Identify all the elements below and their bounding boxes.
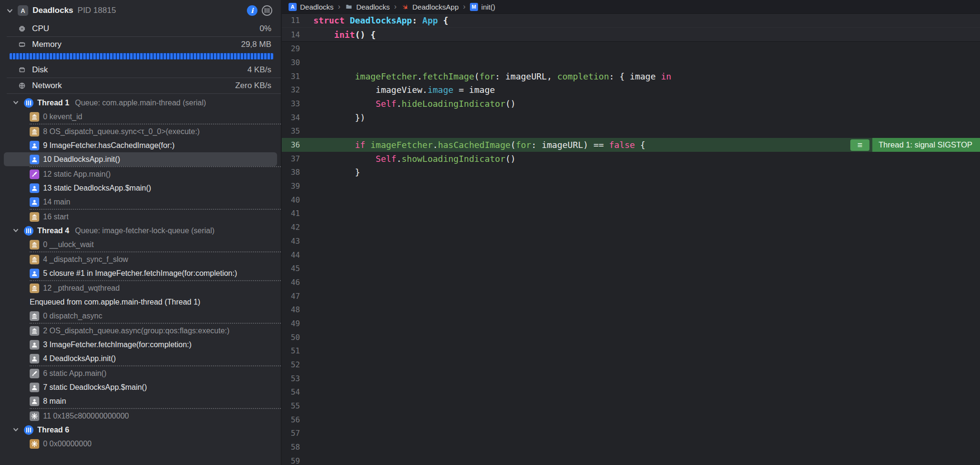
code-line[interactable]: 14 init() { — [282, 28, 980, 42]
stack-frame-row[interactable]: 0 kevent_id — [0, 110, 281, 124]
code-line[interactable]: 55 — [282, 399, 980, 413]
breadcrumb-item[interactable]: Deadlocks — [300, 3, 334, 11]
line-number[interactable]: 11 — [282, 16, 313, 25]
line-number[interactable]: 32 — [282, 85, 313, 94]
chevron-down-icon[interactable] — [12, 99, 20, 107]
stack-frame-row[interactable]: 11 0x185c800000000000 — [0, 409, 281, 423]
line-number[interactable]: 39 — [282, 181, 313, 191]
line-number[interactable]: 51 — [282, 346, 313, 355]
chevron-down-icon[interactable] — [6, 7, 13, 14]
code-line[interactable]: 29 — [282, 42, 980, 56]
stack-frame-row[interactable]: 12 _pthread_wqthread — [0, 281, 281, 295]
code-line[interactable]: 43 — [282, 234, 980, 248]
line-number[interactable]: 58 — [282, 442, 313, 452]
line-number[interactable]: 55 — [282, 401, 313, 410]
code-line[interactable]: 58 — [282, 440, 980, 454]
code-line[interactable]: 33 Self.hideLoadingIndicator() — [282, 97, 980, 111]
process-header[interactable]: A Deadlocks PID 18815 i — [0, 0, 281, 21]
stack-frame-row[interactable]: 14 main — [0, 195, 281, 209]
code-line[interactable]: 32 imageView.image = image — [282, 83, 980, 97]
gauge-toggle-icon[interactable] — [262, 5, 272, 16]
stack-frame-row[interactable]: 7 static DeadlocksApp.$main() — [0, 380, 281, 394]
jump-bar[interactable]: ADeadlocks›Deadlocks›DeadlocksApp›Minit(… — [282, 0, 980, 14]
thread-row[interactable]: Thread 1Queue: com.apple.main-thread (se… — [0, 96, 281, 110]
code-line[interactable]: 52 — [282, 358, 980, 372]
breadcrumb-item[interactable]: Deadlocks — [356, 3, 390, 11]
code-line[interactable]: 41 — [282, 207, 980, 221]
code-line[interactable]: 39 — [282, 179, 980, 193]
breadcrumb-item[interactable]: DeadlocksApp — [412, 3, 459, 11]
code-line[interactable]: 56 — [282, 413, 980, 427]
line-number[interactable]: 52 — [282, 360, 313, 369]
line-number[interactable]: 47 — [282, 292, 313, 301]
code-line[interactable]: 49 — [282, 317, 980, 330]
code-line[interactable]: 44 — [282, 248, 980, 262]
code-line[interactable]: 34 }) — [282, 111, 980, 125]
code-line[interactable]: 48 — [282, 303, 980, 317]
line-number[interactable]: 29 — [282, 44, 313, 53]
line-number[interactable]: 34 — [282, 113, 313, 122]
line-number[interactable]: 31 — [282, 72, 313, 81]
stack-frame-row[interactable]: 13 static DeadlocksApp.$main() — [0, 181, 281, 195]
code-line[interactable]: 54 — [282, 386, 980, 399]
line-number[interactable]: 30 — [282, 58, 313, 67]
stack-frame-row[interactable]: 8 main — [0, 394, 281, 408]
line-number[interactable]: 35 — [282, 126, 313, 136]
thread-row[interactable]: Thread 6 — [0, 423, 281, 437]
code-area[interactable]: 293031 imageFetcher.fetchImage(for: imag… — [282, 42, 980, 465]
stack-frame-row[interactable]: 5 closure #1 in ImageFetcher.fetchImage(… — [0, 266, 281, 280]
stack-frame-row[interactable]: 2 OS_dispatch_queue.async(group:qos:flag… — [0, 324, 281, 338]
hamburger-icon[interactable]: ≡ — [850, 139, 869, 151]
code-line[interactable]: 57 — [282, 427, 980, 441]
line-number[interactable]: 38 — [282, 168, 313, 177]
line-number[interactable]: 42 — [282, 223, 313, 232]
line-number[interactable]: 33 — [282, 99, 313, 108]
line-number[interactable]: 48 — [282, 305, 313, 314]
thread-row[interactable]: Thread 4Queue: image-fetcher-lock-queue … — [0, 224, 281, 238]
line-number[interactable]: 54 — [282, 387, 313, 397]
stack-frame-row[interactable]: 10 DeadlocksApp.init() — [4, 152, 277, 166]
line-number[interactable]: 37 — [282, 154, 313, 163]
code-line[interactable]: 59 — [282, 454, 980, 465]
code-line[interactable]: 51 — [282, 344, 980, 358]
stack-frame-row[interactable]: 0 __ulock_wait — [0, 238, 281, 251]
info-icon[interactable]: i — [247, 5, 257, 16]
stack-frame-row[interactable]: 6 static App.main() — [0, 366, 281, 380]
line-number[interactable]: 50 — [282, 333, 313, 342]
stack-frame-row[interactable]: 4 DeadlocksApp.init() — [0, 352, 281, 365]
enqueued-from-note[interactable]: Enqueued from com.apple.main-thread (Thr… — [0, 295, 281, 309]
annotation-label[interactable]: Thread 1: signal SIGSTOP — [872, 138, 980, 152]
stack-frame-row[interactable]: 16 start — [0, 210, 281, 224]
gauge-row-disk[interactable]: Disk4 KB/s — [0, 62, 281, 78]
gauge-row-cpu[interactable]: CPU0% — [0, 21, 281, 36]
line-number[interactable]: 14 — [282, 30, 313, 39]
line-number[interactable]: 43 — [282, 237, 313, 246]
line-number[interactable]: 57 — [282, 429, 313, 438]
breadcrumb-item[interactable]: init() — [481, 3, 495, 11]
line-number[interactable]: 36 — [282, 140, 313, 149]
line-number[interactable]: 46 — [282, 278, 313, 287]
code-line[interactable]: 38 } — [282, 166, 980, 180]
code-line[interactable]: 31 imageFetcher.fetchImage(for: imageURL… — [282, 69, 980, 83]
gauge-row-network[interactable]: NetworkZero KB/s — [0, 78, 281, 93]
chevron-down-icon[interactable] — [12, 426, 20, 434]
line-number[interactable]: 44 — [282, 250, 313, 260]
stack-frame-row[interactable]: 0 0x00000000 — [0, 437, 281, 451]
line-number[interactable]: 41 — [282, 209, 313, 218]
line-number[interactable]: 59 — [282, 456, 313, 465]
code-line[interactable]: 37 Self.showLoadingIndicator() — [282, 152, 980, 166]
line-number[interactable]: 49 — [282, 319, 313, 328]
code-line[interactable]: 45 — [282, 261, 980, 275]
line-number[interactable]: 56 — [282, 415, 313, 424]
stack-frame-row[interactable]: 0 dispatch_async — [0, 309, 281, 323]
line-number[interactable]: 53 — [282, 374, 313, 383]
code-line[interactable]: 35 — [282, 125, 980, 138]
stack-frame-row[interactable]: 9 ImageFetcher.hasCachedImage(for:) — [0, 138, 281, 152]
stack-frame-row[interactable]: 8 OS_dispatch_queue.sync<τ_0_0>(execute:… — [0, 125, 281, 138]
code-line[interactable]: 50 — [282, 330, 980, 344]
line-number[interactable]: 45 — [282, 264, 313, 273]
stack-frame-row[interactable]: 12 static App.main() — [0, 167, 281, 181]
line-number[interactable]: 40 — [282, 195, 313, 204]
chevron-down-icon[interactable] — [12, 227, 20, 235]
code-line[interactable]: 53 — [282, 372, 980, 386]
